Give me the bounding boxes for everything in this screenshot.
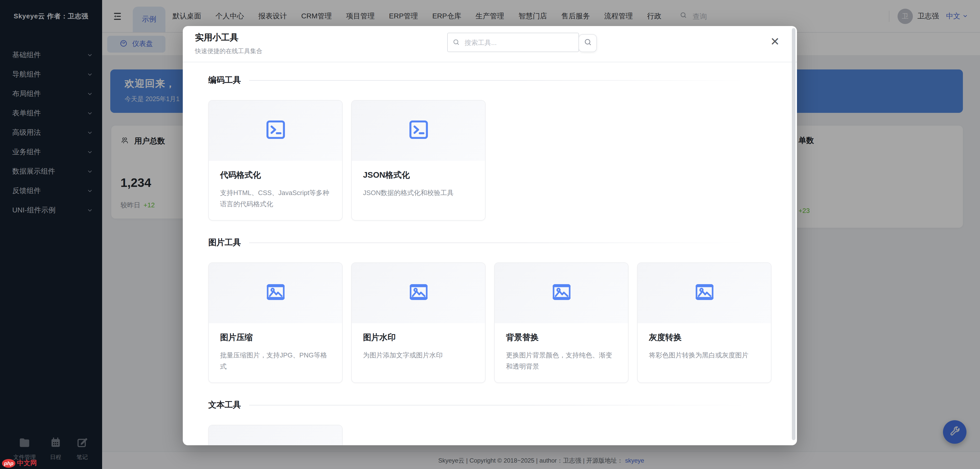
tool-name: 图片压缩	[220, 332, 331, 343]
tools-modal: 实用小工具 快速便捷的在线工具集合 ✕ 编码工具	[183, 26, 797, 445]
tool-info: 图片压缩 批量压缩图片，支持JPG、PNG等格式	[209, 323, 342, 372]
tool-name: 代码格式化	[220, 170, 331, 181]
tool-card-code-format[interactable]: 代码格式化 支持HTML、CSS、JavaScript等多种语言的代码格式化	[208, 100, 342, 221]
section-image-tools: 图片工具 图片压缩 批量压缩图片，支持JPG、PNG等格式	[208, 237, 772, 383]
tools-grid: 代码格式化 支持HTML、CSS、JavaScript等多种语言的代码格式化 J…	[208, 100, 772, 221]
tool-info: 背景替换 更换图片背景颜色，支持纯色、渐变和透明背景	[495, 323, 628, 372]
close-icon[interactable]: ✕	[770, 36, 780, 48]
modal-search	[447, 33, 597, 52]
tool-info: 灰度转换 将彩色图片转换为黑白或灰度图片	[638, 323, 771, 361]
tool-info: JSON格式化 JSON数据的格式化和校验工具	[352, 161, 485, 199]
watermark: php 中文网	[2, 458, 37, 468]
modal-subtitle: 快速便捷的在线工具集合	[195, 47, 262, 56]
tool-card-json-format[interactable]: JSON格式化 JSON数据的格式化和校验工具	[351, 100, 485, 221]
modal-search-input[interactable]	[447, 33, 579, 52]
modal-search-input-wrap	[447, 33, 579, 52]
section-header: 文本工具	[208, 399, 772, 410]
tool-description: JSON数据的格式化和校验工具	[363, 188, 474, 199]
tool-name: 背景替换	[506, 332, 617, 343]
image-icon	[264, 281, 287, 305]
search-icon	[452, 38, 460, 46]
tool-card-image-compress[interactable]: 图片压缩 批量压缩图片，支持JPG、PNG等格式	[208, 262, 342, 383]
tool-description: 更换图片背景颜色，支持纯色、渐变和透明背景	[506, 350, 617, 372]
tool-description: 为图片添加文字或图片水印	[363, 350, 474, 361]
divider	[249, 80, 751, 80]
section-title: 图片工具	[208, 237, 241, 248]
section-title: 编码工具	[208, 75, 241, 86]
tool-name: 图片水印	[363, 332, 474, 343]
tools-grid	[208, 425, 772, 445]
section-title: 文本工具	[208, 399, 241, 410]
section-header: 编码工具	[208, 75, 772, 86]
file-text-icon	[264, 443, 287, 445]
watermark-text: 中文网	[17, 458, 37, 468]
tool-description: 支持HTML、CSS、JavaScript等多种语言的代码格式化	[220, 188, 331, 210]
section-header: 图片工具	[208, 237, 772, 248]
tool-card-grayscale[interactable]: 灰度转换 将彩色图片转换为黑白或灰度图片	[637, 262, 772, 383]
section-text-tools: 文本工具	[208, 399, 772, 445]
modal-title: 实用小工具	[195, 32, 239, 43]
search-icon	[583, 38, 592, 49]
tool-card-partial[interactable]	[208, 425, 342, 445]
tool-name: JSON格式化	[363, 170, 474, 181]
terminal-icon	[264, 118, 287, 143]
modal-scrollbar[interactable]	[792, 28, 795, 440]
tool-description: 将彩色图片转换为黑白或灰度图片	[649, 350, 760, 361]
tool-icon-area	[352, 100, 485, 161]
tools-grid: 图片压缩 批量压缩图片，支持JPG、PNG等格式 图片水印 为图片添加文字或图片…	[208, 262, 772, 383]
app-root: Skyeye云 作者：卫志强 基础组件 导航组件 布局组件 表单组件 高级用法	[0, 0, 980, 469]
tool-card-background-replace[interactable]: 背景替换 更换图片背景颜色，支持纯色、渐变和透明背景	[494, 262, 628, 383]
image-icon	[407, 281, 430, 305]
terminal-icon	[407, 118, 430, 143]
modal-header: 实用小工具 快速便捷的在线工具集合 ✕	[183, 26, 797, 62]
image-icon	[550, 281, 573, 305]
php-logo: php	[2, 459, 16, 467]
section-coding-tools: 编码工具 代码格式化 支持HTML、CSS、JavaScript等多种语言的代码…	[208, 75, 772, 221]
image-icon	[693, 281, 716, 305]
divider	[249, 242, 751, 243]
tool-icon-area	[209, 263, 342, 323]
tool-info: 代码格式化 支持HTML、CSS、JavaScript等多种语言的代码格式化	[209, 161, 342, 210]
tool-icon-area	[209, 100, 342, 161]
modal-body: 编码工具 代码格式化 支持HTML、CSS、JavaScript等多种语言的代码…	[183, 62, 797, 445]
tool-icon-area	[352, 263, 485, 323]
tool-description: 批量压缩图片，支持JPG、PNG等格式	[220, 350, 331, 372]
tool-info: 图片水印 为图片添加文字或图片水印	[352, 323, 485, 361]
tool-card-image-watermark[interactable]: 图片水印 为图片添加文字或图片水印	[351, 262, 485, 383]
tool-name: 灰度转换	[649, 332, 760, 343]
tool-icon-area	[495, 263, 628, 323]
modal-search-button[interactable]	[579, 34, 597, 52]
tool-icon-area	[209, 425, 342, 445]
divider	[249, 405, 751, 405]
tool-icon-area	[638, 263, 771, 323]
